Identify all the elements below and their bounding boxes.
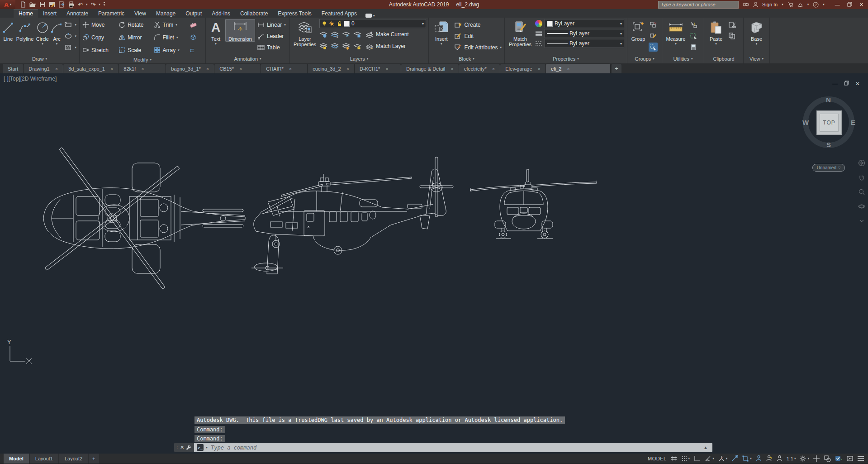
- sign-in-button[interactable]: Sign In: [762, 2, 778, 7]
- viewcube-top-face[interactable]: TOP: [816, 110, 842, 135]
- snap-toggle[interactable]: ▾: [681, 455, 690, 462]
- grid-toggle[interactable]: [670, 455, 678, 462]
- lineweight-select[interactable]: ByLayer▾: [545, 29, 624, 38]
- trim-button[interactable]: Trim▾: [153, 19, 186, 30]
- quick-select-button[interactable]: [689, 19, 698, 30]
- move-button[interactable]: Move: [81, 19, 115, 30]
- tab-insert[interactable]: Insert: [38, 9, 62, 18]
- new-file-button[interactable]: [20, 1, 26, 8]
- file-tab[interactable]: cucina_3d_2×: [308, 64, 355, 73]
- viewcube-south[interactable]: S: [826, 141, 831, 148]
- command-input-field[interactable]: >_ ▾ ▲: [194, 443, 712, 452]
- copy-button[interactable]: Copy: [81, 32, 115, 43]
- layer-freeze-icon[interactable]: [342, 31, 350, 38]
- circle-button[interactable]: Circle ▾: [35, 19, 49, 46]
- scale-button[interactable]: Scale: [118, 44, 150, 56]
- ellipse-button[interactable]: ▾: [64, 30, 77, 42]
- viewcube[interactable]: N W E S TOP: [802, 95, 856, 149]
- cut-clip-button[interactable]: [727, 19, 737, 30]
- panel-label-view[interactable]: View▾: [744, 54, 769, 63]
- osnap-tracking-toggle[interactable]: [731, 455, 738, 462]
- file-tab[interactable]: 3d_sala_expo_1×: [63, 64, 119, 73]
- ungroup-button[interactable]: [649, 19, 658, 30]
- save-button[interactable]: [39, 1, 46, 8]
- tab-manage[interactable]: Manage: [151, 9, 180, 18]
- command-expand-button[interactable]: ▲: [703, 445, 710, 450]
- panel-label-utilities[interactable]: Utilities▾: [662, 54, 704, 63]
- vp-restore-button[interactable]: [844, 81, 849, 87]
- workspace-switching[interactable]: ▾: [799, 455, 809, 462]
- isometric-drafting-toggle[interactable]: ▾: [718, 455, 728, 462]
- command-bar-grip[interactable]: ⁞: [177, 445, 178, 450]
- viewcube-west[interactable]: W: [802, 119, 809, 126]
- tab-collaborate[interactable]: Collaborate: [235, 9, 273, 18]
- text-button[interactable]: A Text ▾: [208, 19, 224, 46]
- layer-select[interactable]: 0 ▾: [319, 19, 426, 28]
- help-dropdown[interactable]: ▾: [823, 3, 825, 6]
- viewcube-north[interactable]: N: [826, 96, 831, 104]
- measure-button[interactable]: Measure ▾: [664, 19, 688, 46]
- file-tab[interactable]: bagno_3d_1*×: [166, 64, 214, 73]
- minimize-button[interactable]: —: [835, 2, 840, 7]
- base-button[interactable]: Base ▾: [746, 19, 767, 46]
- graphics-performance-badge[interactable]: [835, 455, 843, 462]
- match-properties-button[interactable]: Match Properties: [507, 19, 534, 47]
- file-tab[interactable]: Drawing1×: [24, 64, 63, 73]
- file-tab[interactable]: CHAIR*×: [261, 64, 308, 73]
- search-icon[interactable]: [743, 2, 749, 7]
- group-edit-button[interactable]: [649, 30, 658, 42]
- panel-label-block[interactable]: Block▾: [429, 54, 504, 63]
- linear-button[interactable]: Linear▾: [256, 19, 287, 30]
- layer-unlock2-icon[interactable]: [353, 43, 361, 50]
- tab-home[interactable]: Home: [14, 9, 38, 18]
- mirror-button[interactable]: Mirror: [118, 32, 150, 43]
- quick-calc-button[interactable]: [689, 42, 698, 53]
- file-tab-active[interactable]: eli_2×: [546, 64, 611, 73]
- id-point-button[interactable]: [689, 30, 698, 42]
- sign-in-dropdown[interactable]: ▾: [782, 3, 783, 6]
- ortho-toggle[interactable]: [693, 455, 701, 462]
- vp-minimize-button[interactable]: —: [832, 81, 838, 87]
- save-as-button[interactable]: [49, 1, 55, 8]
- panel-label-layers[interactable]: Layers▾: [290, 54, 428, 63]
- a360-dropdown[interactable]: ▾: [807, 3, 809, 6]
- hatch-button[interactable]: ▾: [64, 42, 77, 53]
- new-layout-button[interactable]: +: [89, 454, 99, 464]
- stretch-button[interactable]: Stretch: [81, 44, 115, 56]
- tab-add-ins[interactable]: Add-ins: [207, 9, 235, 18]
- panel-label-annotation[interactable]: Annotation▾: [206, 54, 289, 63]
- tab-featured-apps[interactable]: Featured Apps: [317, 9, 362, 18]
- ucs-selector[interactable]: Unnamed▽: [812, 164, 845, 172]
- layer-lock-icon[interactable]: [353, 31, 361, 38]
- group-selection-toggle[interactable]: [649, 43, 658, 52]
- rotate-button[interactable]: Rotate: [118, 19, 150, 30]
- file-tab[interactable]: D-KCH1*×: [355, 64, 401, 73]
- layout1-tab[interactable]: Layout1: [30, 454, 58, 464]
- model-tab[interactable]: Model: [4, 454, 29, 464]
- create-block-button[interactable]: Create: [453, 19, 503, 30]
- layer-on2-icon[interactable]: [319, 43, 327, 50]
- tab-output[interactable]: Output: [180, 9, 207, 18]
- qat-customize-button[interactable]: ▾: [104, 2, 105, 7]
- app-menu-button[interactable]: A ▾: [0, 0, 15, 9]
- close-button[interactable]: ✕: [859, 2, 863, 8]
- file-tab[interactable]: CB15*×: [214, 64, 261, 73]
- group-button[interactable]: Group: [629, 19, 647, 42]
- linetype-select[interactable]: ByLayer▾: [545, 39, 624, 48]
- line-button[interactable]: Line: [2, 19, 14, 42]
- edit-block-button[interactable]: Edit: [453, 30, 503, 42]
- panel-label-properties[interactable]: Properties▾: [505, 54, 627, 63]
- panel-label-draw[interactable]: Draw▾: [0, 54, 79, 63]
- tab-express-tools[interactable]: Express Tools: [273, 9, 316, 18]
- navigation-bar[interactable]: [857, 159, 867, 225]
- layer-vpfreeze-icon[interactable]: [342, 43, 350, 50]
- selection-cycling-toggle[interactable]: [824, 455, 831, 462]
- open-file-button[interactable]: [29, 1, 36, 8]
- osnap-toggle[interactable]: ▾: [742, 455, 752, 462]
- paste-button[interactable]: Paste ▾: [706, 19, 726, 46]
- plot-button[interactable]: [68, 1, 75, 8]
- overkill-button[interactable]: ⊂: [189, 44, 204, 56]
- recent-commands-dropdown[interactable]: ▾: [206, 445, 208, 450]
- polar-tracking-toggle[interactable]: ▾: [704, 455, 714, 462]
- new-tab-button[interactable]: +: [612, 64, 621, 73]
